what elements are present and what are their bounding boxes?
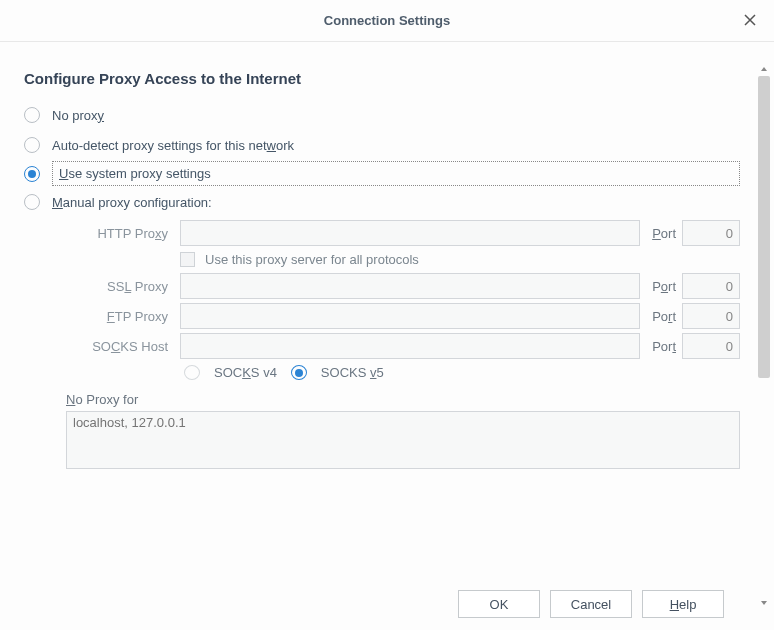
cancel-button[interactable]: Cancel: [550, 590, 632, 618]
ssl-port-input[interactable]: [682, 273, 740, 299]
socks-port-label: Port: [652, 339, 676, 354]
radio-no-proxy-label[interactable]: No proxy: [52, 108, 104, 123]
dialog-title: Connection Settings: [324, 13, 450, 28]
http-proxy-label: HTTP Proxy: [66, 226, 174, 241]
dialog-titlebar: Connection Settings: [0, 0, 774, 42]
scrollbar-up-arrow-icon[interactable]: [756, 62, 772, 76]
scrollbar-down-arrow-icon[interactable]: [756, 596, 772, 610]
use-for-all-label[interactable]: Use this proxy server for all protocols: [205, 252, 419, 267]
radio-auto-detect[interactable]: [24, 137, 40, 153]
use-for-all-checkbox[interactable]: [180, 252, 195, 267]
vertical-scrollbar[interactable]: [756, 62, 772, 610]
socks-host-input[interactable]: [180, 333, 640, 359]
radio-manual-proxy[interactable]: [24, 194, 40, 210]
radio-no-proxy[interactable]: [24, 107, 40, 123]
radio-socks-v4-label[interactable]: SOCKS v4: [214, 365, 277, 380]
ok-button[interactable]: OK: [458, 590, 540, 618]
manual-proxy-form: HTTP Proxy Port Use this proxy server fo…: [66, 220, 740, 380]
http-proxy-input[interactable]: [180, 220, 640, 246]
radio-system-proxy-focus: Use system proxy settings: [52, 161, 740, 186]
ftp-port-label: Port: [652, 309, 676, 324]
radio-auto-detect-label[interactable]: Auto-detect proxy settings for this netw…: [52, 138, 294, 153]
radio-socks-v5[interactable]: [291, 365, 307, 380]
radio-manual-proxy-label[interactable]: Manual proxy configuration:: [52, 195, 212, 210]
scroll-area: Configure Proxy Access to the Internet N…: [0, 58, 764, 578]
socks-host-label: SOCKS Host: [66, 339, 174, 354]
http-port-input[interactable]: [682, 220, 740, 246]
radio-socks-v4[interactable]: [184, 365, 200, 380]
no-proxy-for-input[interactable]: [66, 411, 740, 469]
ftp-proxy-input[interactable]: [180, 303, 640, 329]
radio-system-proxy-label[interactable]: Use system proxy settings: [59, 166, 211, 181]
ssl-proxy-label: SSL Proxy: [66, 279, 174, 294]
scrollbar-thumb[interactable]: [758, 76, 770, 378]
ftp-port-input[interactable]: [682, 303, 740, 329]
help-button[interactable]: Help: [642, 590, 724, 618]
http-port-label: Port: [652, 226, 676, 241]
scrollbar-track[interactable]: [756, 76, 772, 596]
section-heading: Configure Proxy Access to the Internet: [24, 70, 740, 87]
dialog-button-row: OK Cancel Help: [0, 578, 764, 618]
ssl-port-label: Port: [652, 279, 676, 294]
socks-port-input[interactable]: [682, 333, 740, 359]
ftp-proxy-label: FTP Proxy: [66, 309, 174, 324]
no-proxy-for-label: No Proxy for: [66, 392, 740, 407]
ssl-proxy-input[interactable]: [180, 273, 640, 299]
close-icon[interactable]: [740, 10, 760, 30]
radio-system-proxy[interactable]: [24, 166, 40, 182]
radio-socks-v5-label[interactable]: SOCKS v5: [321, 365, 384, 380]
